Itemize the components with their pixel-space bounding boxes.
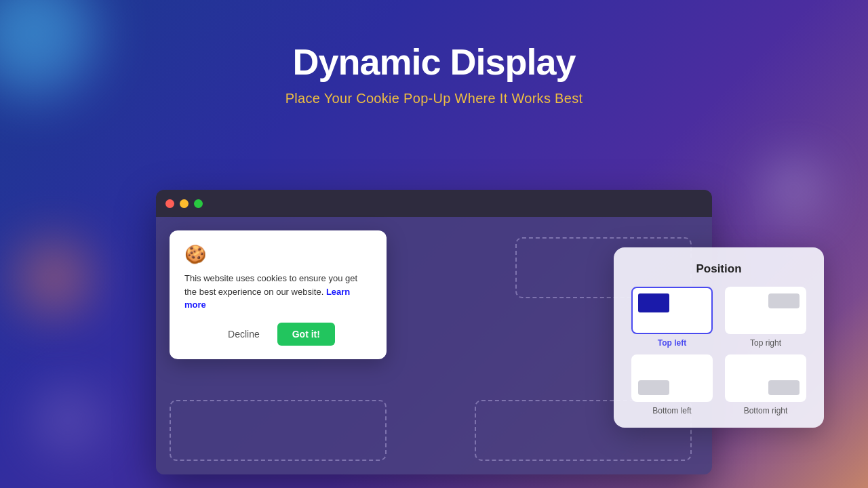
position-option-bottom-left[interactable]: Bottom left xyxy=(629,354,715,415)
cookie-buttons: Decline Got it! xyxy=(184,323,372,346)
decline-button[interactable]: Decline xyxy=(221,325,267,344)
accept-button[interactable]: Got it! xyxy=(277,323,335,346)
blob-2 xyxy=(20,244,88,312)
cookie-popup: 🍪 This website uses cookies to ensure yo… xyxy=(170,230,387,359)
browser-titlebar xyxy=(156,190,712,217)
position-preview-top-right xyxy=(725,287,806,334)
position-label-bottom-right: Bottom right xyxy=(744,406,788,415)
mini-popup-bottom-left xyxy=(638,380,669,395)
dot-red xyxy=(165,199,174,208)
cookie-icon: 🍪 xyxy=(184,244,372,265)
position-label-top-left: Top left xyxy=(658,338,686,348)
position-preview-top-left xyxy=(631,287,713,334)
position-option-top-left[interactable]: Top left xyxy=(629,287,715,348)
blob-3 xyxy=(41,393,95,447)
position-preview-bottom-left xyxy=(631,354,713,402)
position-grid: Top left Top right Bottom left Bottom ri… xyxy=(629,287,809,415)
placeholder-bottom-left xyxy=(170,400,387,461)
blob-4 xyxy=(773,169,814,210)
position-option-top-right[interactable]: Top right xyxy=(722,287,809,348)
cookie-text: This website uses cookies to ensure you … xyxy=(184,272,372,312)
header: Dynamic Display Place Your Cookie Pop-Up… xyxy=(0,0,868,106)
position-label-bottom-left: Bottom left xyxy=(652,406,691,415)
dot-yellow xyxy=(180,199,189,208)
page-title: Dynamic Display xyxy=(0,41,868,83)
position-panel: Position Top left Top right Bottom left xyxy=(614,247,824,428)
dot-green xyxy=(194,199,203,208)
mini-popup-main xyxy=(638,293,669,312)
mini-popup-bottom-right xyxy=(768,380,800,395)
mini-popup-top-right xyxy=(768,293,800,308)
page-subtitle: Place Your Cookie Pop-Up Where It Works … xyxy=(0,91,868,106)
position-panel-title: Position xyxy=(629,262,809,276)
position-label-top-right: Top right xyxy=(750,338,781,348)
position-option-bottom-right[interactable]: Bottom right xyxy=(722,354,809,415)
position-preview-bottom-right xyxy=(725,354,806,402)
